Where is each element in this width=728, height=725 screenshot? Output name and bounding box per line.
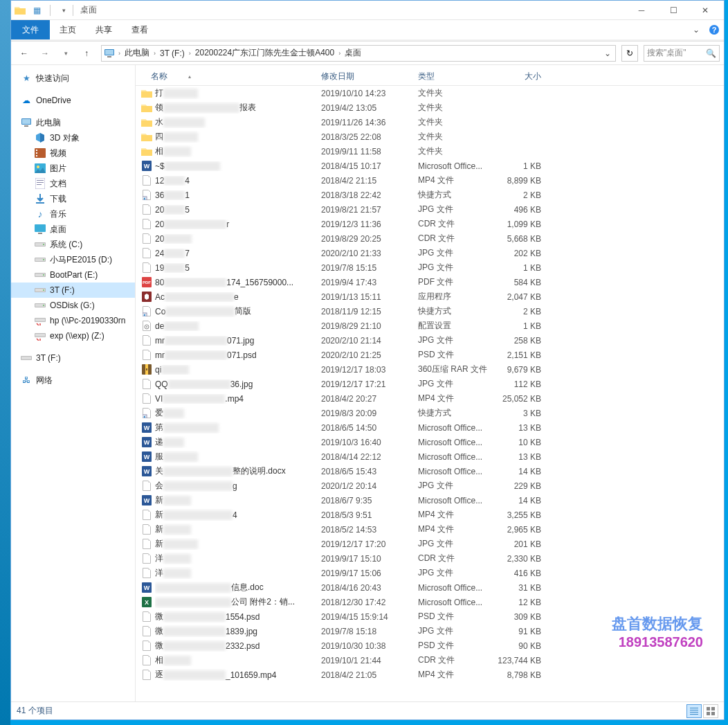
back-button[interactable]: ←: [15, 44, 33, 62]
tab-home[interactable]: 主页: [50, 20, 86, 39]
chevron-right-icon[interactable]: ›: [117, 50, 122, 57]
nav-item[interactable]: 3D 对象: [11, 130, 135, 145]
details-view-button[interactable]: [686, 704, 702, 718]
nav-item[interactable]: BootPart (E:): [11, 267, 135, 283]
file-type: JPG 文件: [412, 262, 494, 274]
file-row[interactable]: W信息.doc2018/4/16 20:43Microsoft Office..…: [136, 580, 724, 595]
file-row[interactable]: 2472020/2/10 21:33JPG 文件202 KB: [136, 246, 724, 260]
file-type-icon: [141, 335, 152, 346]
file-row[interactable]: 相2019/9/11 11:58文件夹: [136, 144, 724, 159]
file-row[interactable]: 相2019/10/1 21:44CDR 文件123,744 KB: [136, 653, 724, 668]
search-input[interactable]: 搜索"桌面" 🔍: [644, 45, 720, 62]
nav-quick-access[interactable]: ★ 快速访问: [11, 71, 135, 86]
file-row[interactable]: W新2018/6/7 9:35Microsoft Office...14 KB: [136, 493, 724, 508]
file-row[interactable]: 2052019/8/21 21:57JPG 文件496 KB: [136, 202, 724, 217]
refresh-button[interactable]: ↻: [621, 45, 638, 62]
file-row[interactable]: W第2018/6/5 14:50Microsoft Office...13 KB: [136, 420, 724, 435]
nav-item[interactable]: 系统 (C:): [11, 237, 135, 252]
breadcrumb-seg[interactable]: 此电脑: [122, 47, 152, 59]
chevron-right-icon[interactable]: ›: [337, 50, 342, 57]
file-row[interactable]: 1242018/4/2 21:15MP4 文件8,899 KB: [136, 173, 724, 188]
file-row[interactable]: 会g2020/1/2 20:14JPG 文件229 KB: [136, 478, 724, 493]
col-date[interactable]: 修改日期: [316, 71, 412, 82]
nav-item[interactable]: exp (\\exp) (Z:): [11, 328, 135, 343]
address-dropdown-icon[interactable]: ⌄: [601, 48, 614, 58]
breadcrumb-seg[interactable]: 20200224广东江门陈先生金士顿A400: [192, 47, 337, 59]
nav-item[interactable]: 图片: [11, 161, 135, 176]
file-date: 2018/4/2 20:27: [316, 394, 412, 404]
nav-item[interactable]: 小马PE2015 (D:): [11, 252, 135, 267]
file-row[interactable]: 爱2019/8/3 20:09快捷方式3 KB: [136, 406, 724, 420]
file-row[interactable]: 20r2019/12/3 11:36CDR 文件1,099 KB: [136, 217, 724, 231]
breadcrumb-seg[interactable]: 桌面: [342, 47, 364, 59]
file-row[interactable]: 四2018/3/25 22:08文件夹: [136, 129, 724, 144]
nav-this-pc[interactable]: 此电脑: [11, 115, 135, 130]
chevron-right-icon[interactable]: ›: [152, 50, 157, 57]
qat-dropdown-icon[interactable]: ▾: [57, 4, 70, 17]
nav-item[interactable]: ♪音乐: [11, 206, 135, 222]
close-button[interactable]: ✕: [689, 1, 721, 20]
address-bar[interactable]: › 此电脑 › 3T (F:) › 20200224广东江门陈先生金士顿A400…: [101, 45, 616, 62]
file-row[interactable]: W~$2018/4/15 10:17Microsoft Office...1 K…: [136, 159, 724, 173]
file-row[interactable]: 打2019/10/10 14:23文件夹: [136, 86, 724, 100]
file-row[interactable]: 洋2019/9/17 15:06JPG 文件416 KB: [136, 566, 724, 580]
file-row[interactable]: 1952019/7/8 15:15JPG 文件1 KB: [136, 260, 724, 275]
file-row[interactable]: de2019/8/29 21:10配置设置1 KB: [136, 319, 724, 333]
file-size: 14 KB: [494, 496, 549, 505]
nav-item[interactable]: 视频: [11, 145, 135, 161]
file-row[interactable]: 3612018/3/18 22:42快捷方式2 KB: [136, 188, 724, 202]
file-row[interactable]: mr071.jpg2020/2/10 21:14JPG 文件258 KB: [136, 333, 724, 348]
file-row[interactable]: QQ36.jpg2019/12/17 17:21JPG 文件112 KB: [136, 377, 724, 391]
up-button[interactable]: ↑: [78, 44, 95, 62]
col-type[interactable]: 类型: [412, 71, 494, 82]
file-row[interactable]: 微1554.psd2019/4/15 15:9:14PSD 文件309 KB: [136, 609, 724, 624]
help-icon[interactable]: ?: [704, 20, 724, 39]
nav-item[interactable]: hp (\\Pc-20190330rn: [11, 313, 135, 328]
file-row[interactable]: qi2019/12/17 18:03360压缩 RAR 文件9,679 KB: [136, 362, 724, 377]
file-row[interactable]: W关整的说明.docx2018/6/5 15:43Microsoft Offic…: [136, 464, 724, 478]
file-row[interactable]: 新42018/5/3 9:51MP4 文件3,255 KB: [136, 508, 724, 522]
minimize-button[interactable]: ─: [626, 1, 657, 20]
nav-item[interactable]: 文档: [11, 176, 135, 191]
file-row[interactable]: W服2018/4/14 22:12Microsoft Office...13 K…: [136, 449, 724, 464]
file-row[interactable]: Ace2019/1/13 15:11应用程序2,047 KB: [136, 289, 724, 304]
file-type-icon: W: [141, 161, 152, 172]
file-row[interactable]: 新2018/5/2 14:53MP4 文件2,965 KB: [136, 522, 724, 537]
thumbnails-view-button[interactable]: [703, 704, 718, 718]
nav-onedrive[interactable]: ☁ OneDrive: [11, 93, 135, 108]
file-row[interactable]: 水2019/11/26 14:36文件夹: [136, 115, 724, 129]
tab-share[interactable]: 共享: [86, 20, 122, 39]
nav-network[interactable]: 🖧 网络: [11, 373, 135, 388]
file-row[interactable]: 微2332.psd2019/10/30 10:38PSD 文件90 KB: [136, 638, 724, 653]
file-tab[interactable]: 文件: [11, 20, 50, 39]
file-row[interactable]: 202019/8/29 20:25CDR 文件5,668 KB: [136, 231, 724, 246]
file-row[interactable]: mr071.psd2020/2/10 21:25PSD 文件2,151 KB: [136, 348, 724, 362]
file-row[interactable]: W递2019/10/3 16:40Microsoft Office...10 K…: [136, 435, 724, 449]
file-row[interactable]: 逐_101659.mp42018/4/2 21:05MP4 文件8,798 KB: [136, 668, 724, 682]
file-row[interactable]: Co简版2018/11/9 12:15快捷方式2 KB: [136, 304, 724, 319]
file-date: 2019/12/17 17:21: [316, 379, 412, 389]
file-row[interactable]: X公司 附件2：销...2018/12/30 17:42Microsoft Of…: [136, 595, 724, 609]
nav-item[interactable]: 下载: [11, 191, 135, 206]
forward-button[interactable]: →: [36, 44, 54, 62]
chevron-right-icon[interactable]: ›: [188, 50, 192, 57]
nav-drive-ext[interactable]: 3T (F:): [11, 350, 135, 366]
tab-view[interactable]: 查看: [122, 20, 158, 39]
col-size[interactable]: 大小: [494, 71, 549, 82]
breadcrumb-seg[interactable]: 3T (F:): [157, 48, 188, 58]
recent-dropdown-icon[interactable]: ▾: [57, 44, 75, 62]
file-row[interactable]: PDF80174_156759000...2019/9/4 17:43PDF 文…: [136, 275, 724, 289]
nav-item[interactable]: 3T (F:): [11, 283, 135, 298]
col-name[interactable]: 名称▴: [136, 71, 316, 82]
file-row[interactable]: 微1839.jpg2019/7/8 15:18JPG 文件91 KB: [136, 624, 724, 638]
file-row[interactable]: 洋2019/9/17 15:10CDR 文件2,330 KB: [136, 551, 724, 566]
properties-icon[interactable]: ▦: [30, 4, 43, 17]
file-row[interactable]: 新2019/12/17 17:20JPG 文件201 KB: [136, 537, 724, 551]
file-row[interactable]: VI.mp42018/4/2 20:27MP4 文件25,052 KB: [136, 391, 724, 406]
nav-item[interactable]: 桌面: [11, 222, 135, 237]
nav-item[interactable]: OSDisk (G:): [11, 298, 135, 313]
ribbon-expand-icon[interactable]: ⌄: [688, 20, 704, 39]
file-row[interactable]: 领报表2019/4/2 13:05文件夹: [136, 100, 724, 115]
maximize-button[interactable]: ☐: [657, 1, 689, 20]
file-list[interactable]: 打2019/10/10 14:23文件夹领报表2019/4/2 13:05文件夹…: [136, 86, 724, 701]
